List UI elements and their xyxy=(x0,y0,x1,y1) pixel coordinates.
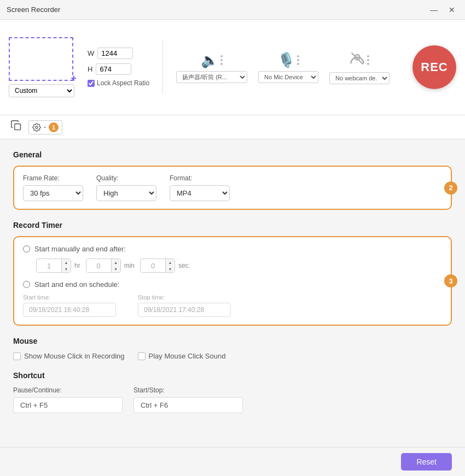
hr-up-btn[interactable]: ▲ xyxy=(62,259,71,266)
height-input[interactable] xyxy=(96,63,131,75)
min-down-btn[interactable]: ▼ xyxy=(112,266,120,272)
rec-button[interactable]: REC xyxy=(412,45,456,89)
settings-badge: 1 xyxy=(49,122,59,132)
min-up-btn[interactable]: ▲ xyxy=(112,259,120,266)
hr-spinner-btns: ▲ ▼ xyxy=(61,259,71,272)
close-button[interactable]: ✕ xyxy=(445,4,458,15)
speaker-dots xyxy=(220,55,223,65)
sec-down-btn[interactable]: ▼ xyxy=(166,266,175,272)
sub-toolbar: 1 xyxy=(0,115,465,139)
start-time-group: Start time: xyxy=(23,294,116,317)
av-section: 🔈 扬声器/听筒 (R... 🎙️ No Mic Device xyxy=(176,51,404,84)
stop-time-label: Stop time: xyxy=(138,294,231,301)
mic-group: 🎙️ No Mic Device xyxy=(258,52,318,83)
shortcut-section-title: Shortcut xyxy=(13,371,452,380)
minimize-button[interactable]: — xyxy=(427,4,441,15)
mic-icon: 🎙️ xyxy=(277,52,295,69)
sec-spinner: ▲ ▼ xyxy=(140,258,175,273)
pause-shortcut-input[interactable] xyxy=(13,397,123,413)
show-click-checkbox[interactable] xyxy=(13,352,21,360)
start-shortcut-group: Start/Stop: xyxy=(133,386,243,413)
quality-label: Quality: xyxy=(96,174,156,182)
mouse-section-title: Mouse xyxy=(13,337,452,345)
main-toolbar: Custom W H Lock Aspect Ratio 🔈 xyxy=(0,20,465,115)
app-title: Screen Recorder xyxy=(7,5,60,14)
speaker-icon: 🔈 xyxy=(201,52,218,69)
schedule-label: Start and end on schedule: xyxy=(34,280,119,289)
start-time-input[interactable] xyxy=(23,303,116,317)
dimensions-panel: W H Lock Aspect Ratio xyxy=(88,48,149,87)
timer-section: Record Timer Start manually and end afte… xyxy=(13,221,452,326)
frame-rate-label: Frame Rate: xyxy=(23,174,83,182)
lock-aspect-ratio-label: Lock Aspect Ratio xyxy=(97,79,149,87)
start-time-label: Start time: xyxy=(23,294,116,301)
hr-spinner: ▲ ▼ xyxy=(36,258,71,273)
timer-badge: 3 xyxy=(444,274,457,287)
mic-select[interactable]: No Mic Device xyxy=(258,71,318,83)
general-row: Frame Rate: 30 fps 15 fps 20 fps 24 fps … xyxy=(23,174,442,201)
start-stop-shortcut-input[interactable] xyxy=(133,397,243,413)
general-badge: 2 xyxy=(444,181,457,195)
manual-label: Start manually and end after: xyxy=(34,245,126,253)
min-label: min xyxy=(124,262,135,269)
play-sound-item: Play Mouse Click Sound xyxy=(138,352,226,360)
width-label: W xyxy=(88,49,94,57)
capture-preview-box[interactable] xyxy=(9,37,73,81)
stop-time-group: Stop time: xyxy=(138,294,231,317)
webcam-icon xyxy=(350,51,365,70)
footer: Reset xyxy=(0,447,465,476)
format-select[interactable]: MP4 AVI MOV FLV TS GIF xyxy=(170,185,230,201)
min-spinner: ▲ ▼ xyxy=(86,258,121,273)
svg-rect-2 xyxy=(15,124,21,130)
quality-group: Quality: High Low Medium xyxy=(96,174,156,201)
manual-radio-row: Start manually and end after: xyxy=(23,245,442,253)
format-label: Format: xyxy=(170,174,230,182)
sec-up-btn[interactable]: ▲ xyxy=(166,259,175,266)
hr-input[interactable] xyxy=(37,260,61,272)
settings-button[interactable]: 1 xyxy=(28,120,62,134)
play-sound-checkbox[interactable] xyxy=(138,352,146,360)
lock-aspect-ratio-checkbox[interactable] xyxy=(88,80,95,87)
min-input[interactable] xyxy=(86,260,111,272)
timer-box: Start manually and end after: ▲ ▼ hr ▲ ▼ xyxy=(13,236,452,326)
shortcut-section: Shortcut Pause/Continue: Start/Stop: xyxy=(13,371,452,413)
mouse-section: Mouse Show Mouse Click in Recording Play… xyxy=(13,337,452,360)
pause-label: Pause/Continue: xyxy=(13,386,123,394)
frame-rate-group: Frame Rate: 30 fps 15 fps 20 fps 24 fps … xyxy=(23,174,83,201)
height-label: H xyxy=(88,65,92,73)
show-click-item: Show Mouse Click in Recording xyxy=(13,352,125,360)
window-controls: — ✕ xyxy=(427,4,458,15)
mouse-checkbox-row: Show Mouse Click in Recording Play Mouse… xyxy=(13,352,452,360)
capture-area: Custom xyxy=(9,37,74,97)
play-sound-label: Play Mouse Click Sound xyxy=(149,352,226,360)
show-click-label: Show Mouse Click in Recording xyxy=(24,352,125,360)
width-input[interactable] xyxy=(97,48,133,59)
mic-dots xyxy=(297,55,299,65)
speaker-select[interactable]: 扬声器/听筒 (R... xyxy=(176,71,247,83)
webcam-group: No webcam de... xyxy=(329,51,390,84)
sec-label: sec. xyxy=(178,262,190,269)
general-box: Frame Rate: 30 fps 15 fps 20 fps 24 fps … xyxy=(13,166,452,210)
schedule-radio[interactable] xyxy=(23,281,30,288)
schedule-radio-row: Start and end on schedule: xyxy=(23,280,442,289)
format-group: Format: MP4 AVI MOV FLV TS GIF xyxy=(170,174,230,201)
svg-point-3 xyxy=(36,126,38,128)
rec-label: REC xyxy=(421,60,447,74)
main-content: General Frame Rate: 30 fps 15 fps 20 fps… xyxy=(0,139,465,447)
webcam-select[interactable]: No webcam de... xyxy=(329,72,390,84)
schedule-row: Start time: Stop time: xyxy=(23,294,442,317)
manual-radio[interactable] xyxy=(23,245,30,252)
reset-button[interactable]: Reset xyxy=(401,453,452,471)
capture-preset-select[interactable]: Custom xyxy=(9,84,74,97)
hr-down-btn[interactable]: ▼ xyxy=(62,266,71,272)
pause-shortcut-group: Pause/Continue: xyxy=(13,386,123,413)
clone-button[interactable] xyxy=(9,118,24,136)
stop-time-input[interactable] xyxy=(138,303,231,317)
general-section-title: General xyxy=(13,150,452,159)
webcam-dots xyxy=(367,55,369,65)
sec-input[interactable] xyxy=(141,260,165,272)
shortcut-grid: Pause/Continue: Start/Stop: xyxy=(13,386,452,413)
quality-select[interactable]: High Low Medium xyxy=(96,185,156,201)
frame-rate-select[interactable]: 30 fps 15 fps 20 fps 24 fps 60 fps xyxy=(23,185,83,201)
time-inputs: ▲ ▼ hr ▲ ▼ min ▲ ▼ xyxy=(36,258,442,273)
